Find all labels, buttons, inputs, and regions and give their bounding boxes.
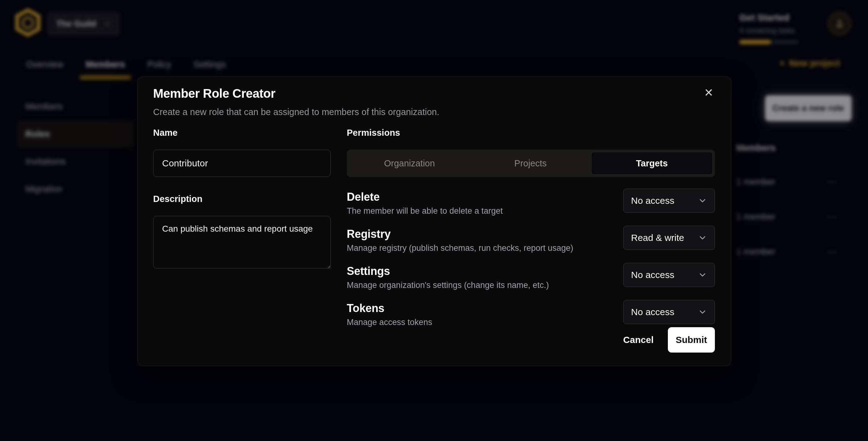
permission-row-tokens: Tokens Manage access tokens No access (347, 302, 715, 327)
permissions-tab-projects[interactable]: Projects (470, 152, 591, 175)
permission-row-settings: Settings Manage organization's settings … (347, 265, 715, 290)
permission-title: Settings (347, 265, 549, 278)
name-label: Name (153, 128, 331, 138)
submit-button[interactable]: Submit (668, 327, 715, 352)
permissions-label: Permissions (347, 128, 715, 138)
delete-access-select[interactable]: No access (623, 189, 715, 213)
permission-title: Tokens (347, 302, 432, 315)
chevron-down-icon (698, 270, 707, 280)
permission-description: Manage access tokens (347, 318, 432, 327)
dialog-title: Member Role Creator (153, 87, 275, 100)
permission-row-delete: Delete The member will be able to delete… (347, 190, 715, 216)
member-role-creator-dialog: Member Role Creator Create a new role th… (137, 76, 731, 366)
permissions-tab-targets[interactable]: Targets (591, 152, 713, 175)
select-value: No access (631, 270, 674, 280)
cancel-button[interactable]: Cancel (623, 335, 654, 345)
role-description-textarea[interactable]: Can publish schemas and report usage (153, 216, 331, 269)
settings-access-select[interactable]: No access (623, 263, 715, 287)
permissions-tablist: Organization Projects Targets (347, 150, 715, 177)
close-icon[interactable]: ✕ (700, 84, 717, 101)
select-value: No access (631, 195, 674, 206)
permission-description: Manage organization's settings (change i… (347, 281, 549, 290)
permission-row-registry: Registry Manage registry (publish schema… (347, 228, 715, 253)
role-name-input[interactable] (153, 150, 331, 177)
select-value: No access (631, 307, 674, 317)
select-value: Read & write (631, 232, 684, 243)
dialog-subtitle: Create a new role that can be assigned t… (153, 107, 439, 117)
permission-title: Delete (347, 190, 503, 203)
permission-title: Registry (347, 228, 573, 241)
tokens-access-select[interactable]: No access (623, 300, 715, 324)
permission-description: The member will be able to delete a targ… (347, 206, 503, 216)
permission-description: Manage registry (publish schemas, run ch… (347, 243, 573, 253)
chevron-down-icon (698, 233, 707, 243)
chevron-down-icon (698, 307, 707, 317)
chevron-down-icon (698, 196, 707, 206)
registry-access-select[interactable]: Read & write (623, 226, 715, 250)
permissions-tab-organization[interactable]: Organization (349, 152, 470, 175)
description-label: Description (153, 194, 331, 204)
